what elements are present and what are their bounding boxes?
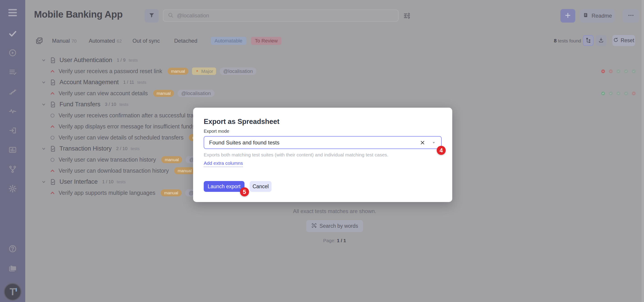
chevron-down-icon[interactable] <box>431 140 436 145</box>
modal-title: Export as Spreadsheet <box>204 118 442 126</box>
clear-icon[interactable] <box>420 140 426 145</box>
add-extra-columns-link[interactable]: Add extra columns <box>204 161 243 167</box>
launch-export-button[interactable]: Launch export <box>204 181 244 192</box>
annotation-step-5: 5 <box>240 187 249 196</box>
cancel-button[interactable]: Cancel <box>250 181 272 192</box>
export-mode-description: Exports both matching test suites (with … <box>204 152 388 158</box>
select-value: Found Suites and found tests <box>209 139 420 146</box>
annotation-step-4: 4 <box>437 146 446 155</box>
export-mode-select[interactable]: Found Suites and found tests <box>204 136 442 149</box>
export-modal: Export as Spreadsheet Export mode Found … <box>193 108 452 202</box>
export-mode-label: Export mode <box>204 129 229 134</box>
